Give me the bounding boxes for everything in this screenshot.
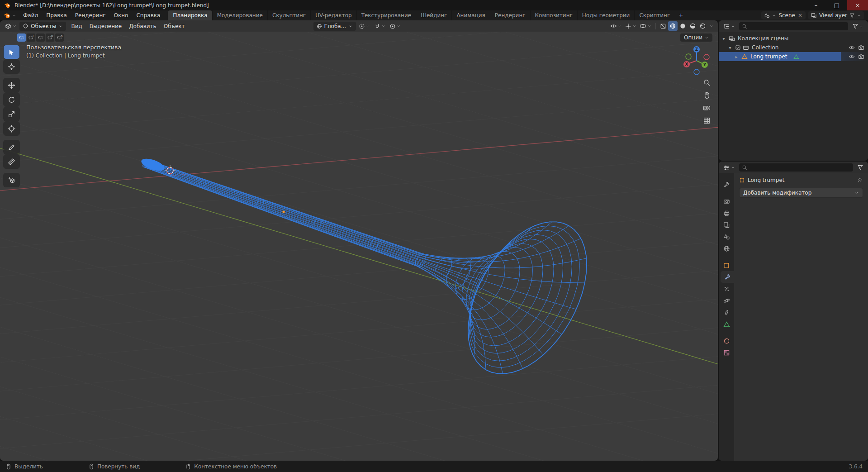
- select-mode-subtract[interactable]: −: [36, 33, 45, 42]
- viewport-menu-0[interactable]: Вид: [67, 22, 85, 31]
- workspace-tab-0[interactable]: Планировка: [168, 10, 212, 20]
- tool-annotate[interactable]: [4, 140, 19, 154]
- properties-tab-view-layer[interactable]: [719, 219, 734, 231]
- tool-options-dropdown[interactable]: Опции: [680, 33, 712, 42]
- outliner-row-0[interactable]: ▾Коллекция сцены: [719, 34, 868, 43]
- main-menu-4[interactable]: Справка: [132, 10, 164, 20]
- outliner-display-mode-button[interactable]: [722, 22, 736, 31]
- viewlayer-selector[interactable]: ViewLayer: [808, 11, 864, 19]
- pan-button[interactable]: [703, 91, 711, 99]
- tool-measure[interactable]: [4, 155, 19, 168]
- tool-move[interactable]: [4, 78, 19, 92]
- outliner-row-2[interactable]: ▸Long trumpet: [719, 52, 868, 61]
- outliner-filter-button[interactable]: [851, 22, 865, 31]
- main-menu-3[interactable]: Окно: [110, 10, 133, 20]
- titlebar: Blender* [D:\блендер\проекты 162\Long tr…: [0, 0, 868, 10]
- eye-toggle[interactable]: [849, 53, 855, 60]
- properties-tab-scene[interactable]: [719, 231, 734, 243]
- viewport-canvas[interactable]: XYZ +−×∩ Опции Пользовательская перспект…: [0, 32, 718, 461]
- workspace-tab-8[interactable]: Композитинг: [530, 10, 577, 20]
- tool-select-box[interactable]: [4, 45, 19, 59]
- app-menu-button[interactable]: [0, 10, 19, 20]
- object-visibility-dropdown[interactable]: [609, 21, 623, 31]
- select-mode-set[interactable]: [17, 33, 26, 42]
- tool-scale[interactable]: [4, 107, 19, 121]
- toggle-perspective-button[interactable]: [703, 117, 711, 124]
- scene-selector[interactable]: Scene×: [761, 11, 806, 19]
- properties-tab-particles[interactable]: [719, 283, 734, 295]
- workspace-tab-6[interactable]: Анимация: [451, 10, 489, 20]
- properties-tab-modifiers[interactable]: [721, 271, 734, 283]
- disclosure-icon[interactable]: ▾: [721, 36, 727, 41]
- shading-material-button[interactable]: [688, 21, 697, 31]
- maximize-button[interactable]: □: [826, 0, 847, 10]
- properties-filter-button[interactable]: [856, 163, 865, 172]
- proportional-edit-toggle[interactable]: [388, 22, 402, 31]
- pin-button[interactable]: [857, 177, 863, 183]
- viewport-menu-3[interactable]: Объект: [160, 22, 189, 31]
- tool-transform[interactable]: [4, 122, 19, 135]
- camera-toggle[interactable]: [858, 44, 864, 51]
- workspace-tab-2[interactable]: Скульптинг: [267, 10, 310, 20]
- properties-editor: Long trumpet Добавить модификатор: [719, 162, 868, 461]
- snap-toggle[interactable]: [373, 22, 387, 31]
- main-menu-1[interactable]: Правка: [42, 10, 71, 20]
- minimize-button[interactable]: –: [806, 0, 826, 10]
- properties-tab-world[interactable]: [719, 243, 734, 254]
- tool-cursor[interactable]: [4, 60, 19, 73]
- workspace-tab-4[interactable]: Текстурирование: [356, 10, 416, 20]
- workspace-tab-3[interactable]: UV-редактор: [310, 10, 356, 20]
- properties-tab-texture[interactable]: [719, 347, 734, 358]
- add-modifier-button[interactable]: Добавить модификатор: [739, 188, 863, 198]
- eye-toggle[interactable]: [849, 44, 855, 51]
- properties-editor-type-button[interactable]: [722, 163, 736, 172]
- disclosure-icon[interactable]: ▾: [727, 45, 733, 50]
- collection-checkbox[interactable]: [735, 45, 741, 51]
- workspace-tab-9[interactable]: Ноды геометрии: [577, 10, 635, 20]
- outliner-search-input[interactable]: [739, 22, 848, 30]
- camera-toggle[interactable]: [858, 53, 864, 60]
- shading-solid-button[interactable]: [678, 21, 688, 31]
- show-overlays-dropdown[interactable]: [638, 21, 653, 31]
- editor-type-button[interactable]: [3, 21, 18, 31]
- workspace-tab-1[interactable]: Моделирование: [212, 10, 267, 20]
- shading-dropdown[interactable]: [708, 23, 715, 29]
- properties-search-input[interactable]: [739, 163, 853, 172]
- properties-tab-object[interactable]: [719, 259, 734, 271]
- select-mode-extend[interactable]: +: [27, 33, 35, 42]
- viewport-menu-2[interactable]: Добавить: [125, 22, 160, 31]
- properties-tab-tool[interactable]: [719, 179, 734, 191]
- properties-tab-output[interactable]: [719, 207, 734, 219]
- camera-view-button[interactable]: [703, 104, 711, 112]
- properties-tab-material[interactable]: [719, 335, 734, 347]
- select-mode-invert[interactable]: ×: [46, 33, 54, 42]
- workspace-tab-10[interactable]: Скриптинг: [634, 10, 674, 20]
- viewport-menu-1[interactable]: Выделение: [86, 22, 125, 31]
- toggle-xray-button[interactable]: [659, 22, 668, 31]
- close-button[interactable]: ×: [847, 0, 868, 10]
- unlink-scene-button[interactable]: ×: [797, 12, 803, 19]
- outliner-row-1[interactable]: ▾Collection: [719, 43, 868, 52]
- zoom-button[interactable]: [703, 79, 711, 86]
- pivot-point-selector[interactable]: [357, 22, 371, 31]
- disclosure-icon[interactable]: ▸: [733, 54, 740, 59]
- main-menu-2[interactable]: Рендеринг: [71, 10, 110, 20]
- properties-tab-data[interactable]: [719, 318, 734, 330]
- mode-selector[interactable]: Объекты: [19, 22, 66, 31]
- properties-tab-physics[interactable]: [719, 295, 734, 306]
- properties-header: [719, 162, 868, 173]
- add-workspace-button[interactable]: +: [674, 10, 687, 20]
- tool-rotate[interactable]: [4, 93, 19, 106]
- properties-tab-constraints[interactable]: [719, 306, 734, 318]
- select-mode-intersect[interactable]: ∩: [55, 33, 64, 42]
- shading-wireframe-button[interactable]: [668, 21, 678, 31]
- workspace-tab-7[interactable]: Рендеринг: [490, 10, 530, 20]
- keymap-hint-label: Контекстное меню объектов: [194, 463, 277, 470]
- main-menu-0[interactable]: Файл: [19, 10, 42, 20]
- workspace-tab-5[interactable]: Шейдинг: [416, 10, 451, 20]
- tool-add-cube[interactable]: [4, 173, 19, 187]
- shading-rendered-button[interactable]: [698, 21, 707, 31]
- show-gizmo-dropdown[interactable]: [624, 22, 638, 31]
- properties-tab-render[interactable]: [719, 195, 734, 207]
- orientation-selector[interactable]: Глоба...: [313, 22, 356, 31]
